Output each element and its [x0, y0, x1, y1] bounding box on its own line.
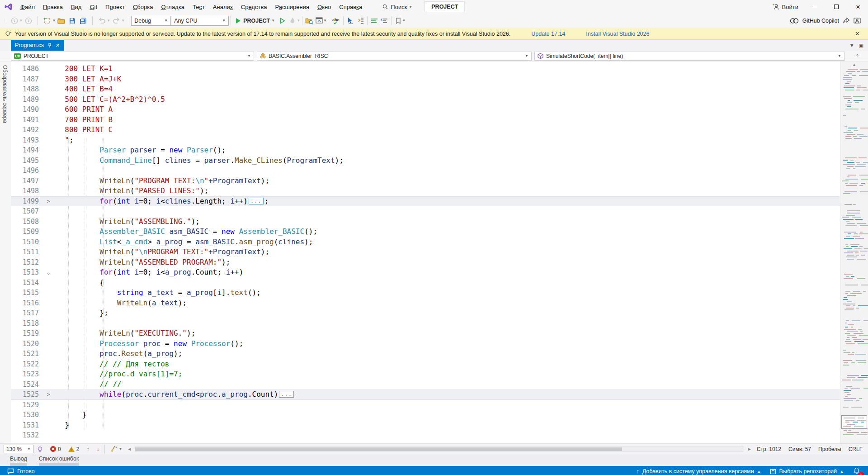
menu-git[interactable]: Git	[85, 2, 101, 12]
code-line[interactable]: 1507	[11, 206, 840, 217]
menu-отладка[interactable]: Отладка	[157, 2, 188, 12]
add-to-source-control-button[interactable]: ↑ Добавить в систему управления версиями…	[632, 468, 765, 475]
hot-reload-caret-icon[interactable]: ▼	[297, 19, 300, 23]
open-file-button[interactable]	[57, 16, 66, 26]
close-button[interactable]: ✕	[848, 0, 868, 13]
line-ending-indicator[interactable]: CRLF	[845, 446, 866, 452]
code-line[interactable]: 1517};	[11, 308, 840, 318]
navigate-back-button[interactable]	[9, 16, 19, 26]
code-line[interactable]: 1509Assembler_BASIC asm_BASIC = new Asse…	[11, 227, 840, 237]
code-line[interactable]: 1493";	[11, 135, 840, 146]
code-line[interactable]: 1490600 PRINT A	[11, 104, 840, 115]
error-count[interactable]: ✕ 0	[47, 446, 65, 452]
menu-сборка[interactable]: Сборка	[129, 2, 157, 12]
minimap-scrollbar[interactable]: ▲	[840, 62, 868, 443]
type-dropdown[interactable]: BASIC.Assembler_RISC ▼	[257, 52, 532, 61]
code-line[interactable]: 1530}	[11, 410, 840, 420]
find-in-files-button[interactable]	[304, 16, 314, 26]
code-line[interactable]: 1518	[11, 318, 840, 329]
code-line[interactable]: 1525>while(proc.current_cmd<proc.a_prog.…	[11, 390, 840, 400]
share-icon[interactable]	[843, 18, 850, 24]
horizontal-scrollbar[interactable]	[135, 446, 744, 452]
bookmark-button[interactable]	[393, 16, 403, 26]
horizontal-scrollbar-thumb[interactable]	[135, 447, 622, 451]
code-line[interactable]: 1524// //	[11, 380, 840, 390]
tab-list-caret-icon[interactable]: ▼	[849, 43, 854, 48]
toolbar-options-caret-icon[interactable]: ▼	[402, 19, 406, 23]
next-issue-button[interactable]: ↓	[93, 446, 103, 452]
menu-файл[interactable]: Файл	[16, 2, 39, 12]
menu-правка[interactable]: Правка	[39, 2, 67, 12]
menu-тест[interactable]: Тест	[189, 2, 209, 12]
tab-close-icon[interactable]: ✕	[56, 43, 60, 48]
code-line[interactable]: 1511WriteLn("\nPROGRAM TEXT:"+ProgramTex…	[11, 247, 840, 257]
github-copilot-label[interactable]: GitHub Copilot	[802, 18, 839, 24]
code-cleanup-button[interactable]: + ▼	[107, 446, 126, 452]
float-window-icon[interactable]: ▣	[859, 43, 863, 48]
code-line[interactable]: 1521proc.Reset(a_prog);	[11, 349, 840, 359]
hot-reload-button[interactable]	[288, 16, 297, 26]
new-project-caret-icon[interactable]: ▼	[52, 19, 56, 23]
code-line[interactable]: 1512WriteLn("ASSEMBLED PROGRAM:");	[11, 257, 840, 268]
code-line[interactable]: 1514{	[11, 278, 840, 288]
toolbar-drag-handle-2[interactable]: ⁞	[328, 19, 330, 23]
split-editor-handle[interactable]: ÷	[847, 52, 867, 59]
format-document-button[interactable]	[355, 16, 365, 26]
select-cursor-button[interactable]	[345, 16, 355, 26]
code-line[interactable]: 1529	[11, 400, 840, 410]
maximize-button[interactable]	[826, 0, 846, 13]
code-line[interactable]: 1523//proc.d_vars[1]=7;	[11, 369, 840, 380]
tab-output[interactable]: Вывод	[10, 456, 27, 466]
new-project-button[interactable]: +	[42, 16, 52, 26]
code-line[interactable]: 1532	[11, 430, 840, 441]
pin-icon[interactable]	[47, 43, 52, 48]
menu-вид[interactable]: Вид	[67, 2, 86, 12]
spell-check-button[interactable]: abc	[331, 16, 341, 26]
back-caret-icon[interactable]: ▼	[19, 19, 23, 23]
code-line[interactable]: 1520Processor proc = new Processor();	[11, 339, 840, 349]
redo-caret-icon[interactable]: ▼	[121, 19, 125, 23]
platform-dropdown[interactable]: Any CPU▼	[171, 16, 229, 26]
code-line[interactable]: 1499>for(int i=0; i<clines.Length; i++).…	[11, 196, 840, 207]
fold-expanded-icon[interactable]: ⌄	[41, 267, 56, 278]
minimize-button[interactable]	[805, 0, 825, 13]
fold-collapsed-icon[interactable]: >	[41, 196, 56, 207]
code-line[interactable]: 1497WriteLn("PROGRAM TEXT:\n"+ProgramTex…	[11, 176, 840, 186]
spaces-indicator[interactable]: Пробелы	[815, 446, 845, 452]
warning-count[interactable]: 2	[65, 446, 83, 452]
code-editor[interactable]: 1486200 LET K=11487300 LET A=J+K1488400 …	[11, 62, 840, 443]
collapsed-region-box[interactable]: ...	[249, 198, 264, 204]
code-line[interactable]: 1516WriteLn(a_text);	[11, 298, 840, 309]
sign-in-button[interactable]: + Войти	[768, 2, 803, 12]
notifications-button[interactable]: 1	[848, 467, 865, 475]
undo-caret-icon[interactable]: ▼	[107, 19, 110, 23]
menu-расширения[interactable]: Расширения	[271, 2, 313, 12]
feedback-button[interactable]: Готово	[3, 466, 39, 475]
code-line[interactable]: 1522// // Для тестов	[11, 359, 840, 370]
update-link[interactable]: Update 17.14	[531, 31, 565, 37]
save-all-button[interactable]	[78, 16, 88, 26]
comment-button[interactable]	[369, 16, 379, 26]
code-line[interactable]: 1495Command_Line[] clines = parser.Make_…	[11, 156, 840, 166]
search-control[interactable]: Поиск ▼	[378, 2, 417, 12]
code-line[interactable]: 1491700 PRINT B	[11, 115, 840, 125]
code-line[interactable]: 1486200 LET K=1	[11, 64, 840, 74]
code-line[interactable]: 1492800 PRINT C	[11, 125, 840, 135]
member-dropdown[interactable]: SimulateShortCode(_item[] line) ▼	[534, 52, 844, 61]
undo-button[interactable]	[97, 16, 107, 26]
uncomment-button[interactable]	[379, 16, 389, 26]
menu-средства[interactable]: Средства	[237, 2, 271, 12]
code-line[interactable]: 1496	[11, 166, 840, 176]
server-explorer-tab[interactable]: Обозреватель сервера	[2, 65, 8, 123]
solution-explorer-button[interactable]	[314, 16, 324, 26]
code-line[interactable]: 1508WriteLn("ASSEMBLING.");	[11, 217, 840, 227]
column-indicator[interactable]: Симв: 57	[785, 446, 815, 452]
menu-справка[interactable]: Справка	[335, 2, 366, 12]
configuration-dropdown[interactable]: Debug▼	[131, 16, 171, 26]
code-line[interactable]: 1498WriteLn("PARSED LINES:");	[11, 186, 840, 196]
toolbar-drag-handle[interactable]: ⁞	[4, 19, 6, 23]
scroll-up-icon[interactable]: ▲	[840, 62, 868, 67]
select-repository-button[interactable]: Выбрать репозиторий ▲	[765, 468, 848, 475]
start-without-debugging-button[interactable]	[278, 16, 288, 26]
code-line[interactable]: 1510List<_a_cmd> a_prog = asm_BASIC.asm_…	[11, 237, 840, 247]
